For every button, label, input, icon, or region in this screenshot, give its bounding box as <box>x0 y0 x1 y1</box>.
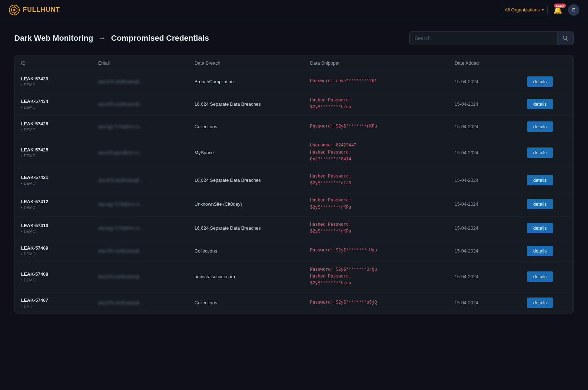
cell-breach: Collections <box>188 240 304 261</box>
header-row: Dark Web Monitoring → Compromised Creden… <box>14 31 574 45</box>
title-arrow: → <box>98 34 106 42</box>
cell-email: aka.876.certificates@... <box>92 71 188 92</box>
search-input[interactable] <box>410 32 557 45</box>
cell-action: details <box>520 216 573 240</box>
cell-id: LEAK-57421 DEMO <box>15 168 92 192</box>
table-row: LEAK-57407 DRC aka.876.certificates@... … <box>15 292 573 313</box>
cell-id: LEAK-57409 DEMO <box>15 240 92 261</box>
search-button[interactable] <box>557 32 573 45</box>
table-row: LEAK-57410 DEMO aka.hgy.7178@hvc.ru... 1… <box>15 216 573 240</box>
cell-snippet: Password: $2y$********.Uqu <box>304 240 448 261</box>
demo-tag: DEMO <box>21 205 85 210</box>
cell-breach: UnknownSite (Cit0day) <box>188 192 304 216</box>
cell-id: LEAK-57425 DEMO <box>15 137 92 168</box>
cell-email: aka.876.gym@hvc.ru... <box>92 137 188 168</box>
cell-date: 15-04-2024 <box>448 192 520 216</box>
date-value: 15-04-2024 <box>454 274 478 279</box>
leak-id: LEAK-57407 <box>21 298 85 303</box>
cell-email: aka.876.certificates@... <box>92 92 188 116</box>
breach-name: Collections <box>194 300 217 305</box>
email-value: aka.876.certificates@... <box>98 300 143 305</box>
demo-tag: DEMO <box>21 82 85 87</box>
table-row: LEAK-57439 DEMO aka.876.certificates@...… <box>15 71 573 92</box>
cell-email: aka.hgy.7178@hvc.ru... <box>92 216 188 240</box>
cell-action: details <box>520 137 573 168</box>
notification-badge[interactable]: 🔔 31224 <box>553 6 562 14</box>
search-container <box>409 31 574 45</box>
cell-action: details <box>520 240 573 261</box>
breach-name: 16,624 Separate Data Breaches <box>194 225 261 231</box>
details-button[interactable]: details <box>527 298 553 308</box>
page-title: Dark Web Monitoring → Compromised Creden… <box>14 34 209 43</box>
cell-snippet: Hashed Password:$2y$********rKPu <box>304 216 448 240</box>
leak-id: LEAK-57408 <box>21 271 85 277</box>
cell-action: details <box>520 192 573 216</box>
user-initial: E <box>572 7 575 12</box>
details-button[interactable]: details <box>527 175 553 185</box>
details-button[interactable]: details <box>527 76 553 87</box>
col-header-date: Date Added <box>448 55 520 71</box>
email-value: aka.876.certificates@... <box>98 178 143 183</box>
nav-right: All Organizations ▾ 🔔 31224 E <box>501 4 579 16</box>
cell-action: details <box>520 292 573 313</box>
cell-breach: BreachCompilation <box>188 71 304 92</box>
leak-id: LEAK-57439 <box>21 76 85 81</box>
demo-tag: DEMO <box>21 252 85 256</box>
cell-snippet: Hashed Password:$2y$********U/qu <box>304 92 448 116</box>
table-header: ID Email Data Breach Data Snipppet Date … <box>15 55 573 71</box>
cell-breach: Collections <box>188 116 304 137</box>
demo-tag: DEMO <box>21 128 85 132</box>
cell-email: aka.876.certificates@... <box>92 292 188 313</box>
details-button[interactable]: details <box>527 271 553 282</box>
org-selector[interactable]: All Organizations ▾ <box>501 5 548 15</box>
leak-id: LEAK-57412 <box>21 199 85 204</box>
chevron-down-icon: ▾ <box>542 8 544 12</box>
breach-name: bonivitalsoccer.com <box>194 274 235 279</box>
title-part1: Dark Web Monitoring <box>14 34 93 42</box>
snippet-value: Password: $2y$********U/quHashed Passwor… <box>310 266 442 287</box>
details-button[interactable]: details <box>527 246 553 256</box>
table-row: LEAK-57425 DEMO aka.876.gym@hvc.ru... My… <box>15 137 573 168</box>
cell-date: 15-04-2024 <box>448 216 520 240</box>
app-name: FULLHUNT <box>23 6 60 14</box>
breach-name: UnknownSite (Cit0day) <box>194 201 242 207</box>
title-part2: Compromised Credentials <box>111 34 209 42</box>
details-button[interactable]: details <box>527 99 553 109</box>
email-value: aka.hgy.7178@hvc.ru... <box>98 226 143 231</box>
details-button[interactable]: details <box>527 223 553 233</box>
table-row: LEAK-57412 DEMO aka.hgy.7178@hvc.ru... U… <box>15 192 573 216</box>
demo-tag: DEMO <box>21 154 85 158</box>
main-content: Dark Web Monitoring → Compromised Creden… <box>0 20 588 325</box>
cell-id: LEAK-57426 DEMO <box>15 116 92 137</box>
breach-name: 16,624 Separate Data Breaches <box>194 101 261 107</box>
snippet-value: Password: $2y$********rKPu <box>310 123 442 130</box>
demo-tag: DEMO <box>21 278 85 282</box>
cell-date: 15-04-2024 <box>448 137 520 168</box>
date-value: 15-04-2024 <box>454 201 478 207</box>
email-value: aka.876.certificates@... <box>98 79 143 84</box>
cell-date: 15-04-2024 <box>448 168 520 192</box>
table-row: LEAK-57408 DEMO aka.876.certificates@...… <box>15 261 573 292</box>
cell-id: LEAK-57439 DEMO <box>15 71 92 92</box>
email-value: aka.876.certificates@... <box>98 274 143 279</box>
cell-snippet: Password: $2y$********u5jQ <box>304 292 448 313</box>
snippet-value: Username: 82423447Hashed Password:0x27**… <box>310 142 442 163</box>
details-button[interactable]: details <box>527 148 553 158</box>
table-row: LEAK-57426 DEMO aka.hgy.7178@hvc.ru... C… <box>15 116 573 137</box>
details-button[interactable]: details <box>527 199 553 209</box>
cell-breach: MySpace <box>188 137 304 168</box>
cell-breach: 16,624 Separate Data Breaches <box>188 168 304 192</box>
date-value: 15-04-2024 <box>454 225 478 231</box>
details-button[interactable]: details <box>527 121 553 132</box>
date-value: 15-04-2024 <box>454 248 478 254</box>
breach-name: MySpace <box>194 150 214 155</box>
svg-line-8 <box>567 39 568 41</box>
cell-snippet: Username: 82423447Hashed Password:0x27**… <box>304 137 448 168</box>
cell-action: details <box>520 116 573 137</box>
leak-id: LEAK-57410 <box>21 223 85 228</box>
svg-point-2 <box>13 9 15 11</box>
user-avatar[interactable]: E <box>568 4 579 16</box>
cell-id: LEAK-57410 DEMO <box>15 216 92 240</box>
cell-breach: 16,624 Separate Data Breaches <box>188 216 304 240</box>
date-value: 15-04-2024 <box>454 124 478 129</box>
